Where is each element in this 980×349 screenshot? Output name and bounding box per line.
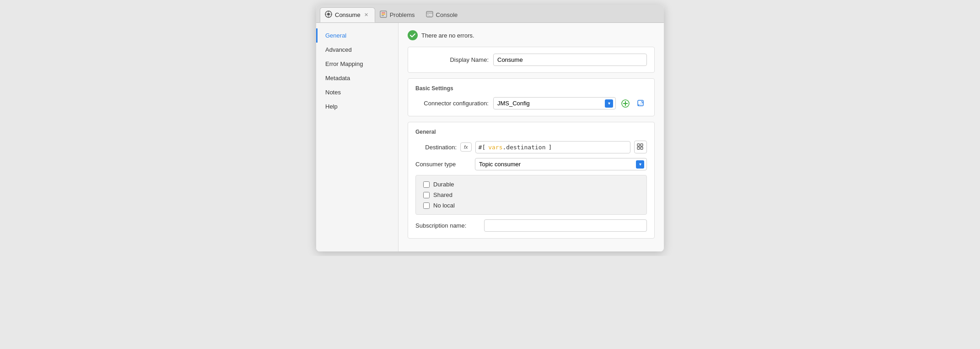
general-section: General Destination: fx #[ vars.destinat… [408, 122, 655, 239]
connector-select-wrapper: JMS_Config ▾ [493, 97, 616, 109]
subscription-name-input[interactable] [484, 219, 647, 232]
svg-point-1 [327, 13, 330, 16]
no-local-checkbox[interactable] [423, 202, 430, 209]
svg-text:>_: >_ [427, 13, 430, 16]
sidebar-general-label: General [325, 32, 346, 39]
svg-rect-22 [641, 147, 643, 149]
display-name-control [493, 54, 647, 66]
general-section-title: General [415, 129, 647, 135]
consumer-type-row: Consumer type Topic consumer Queue consu… [415, 158, 647, 170]
sidebar-item-advanced[interactable]: Advanced [316, 43, 398, 57]
destination-suffix: ] [545, 144, 555, 151]
destination-row: Destination: fx #[ vars.destination ] [415, 141, 647, 153]
tab-consume[interactable]: Consume ✕ [320, 7, 375, 22]
sidebar-advanced-label: Advanced [325, 46, 352, 53]
shared-label: Shared [433, 191, 452, 198]
consumer-type-label: Consumer type [415, 161, 470, 168]
sidebar-item-notes[interactable]: Notes [316, 85, 398, 99]
subscription-name-label: Subscription name: [415, 222, 479, 229]
destination-word: destination [506, 144, 545, 151]
problems-tab-icon [380, 11, 387, 19]
tab-console-label: Console [436, 11, 458, 18]
durable-label: Durable [433, 181, 454, 188]
svg-rect-21 [637, 147, 640, 149]
sidebar: General Advanced Error Mapping Metadata … [316, 23, 398, 251]
sidebar-item-general[interactable]: General [316, 28, 398, 43]
destination-value: vars.destination [488, 142, 545, 153]
no-local-label: No local [433, 202, 455, 209]
basic-settings-title: Basic Settings [415, 85, 647, 92]
sidebar-help-label: Help [325, 103, 338, 110]
sidebar-notes-label: Notes [325, 89, 341, 96]
destination-prefix: #[ [476, 144, 489, 151]
tab-problems-label: Problems [390, 11, 415, 18]
consumer-type-select-wrapper: Topic consumer Queue consumer ▾ [475, 158, 647, 170]
subscription-name-row: Subscription name: [415, 219, 647, 232]
tab-problems[interactable]: Problems [375, 8, 421, 22]
status-message: There are no errors. [421, 32, 474, 39]
destination-grid-button[interactable] [634, 141, 647, 153]
checkboxes-area: Durable Shared No local [415, 175, 647, 215]
svg-rect-20 [641, 144, 643, 146]
durable-checkbox[interactable] [423, 181, 430, 188]
sidebar-item-error-mapping[interactable]: Error Mapping [316, 57, 398, 71]
tab-consume-close[interactable]: ✕ [364, 12, 368, 18]
sidebar-item-help[interactable]: Help [316, 99, 398, 114]
svg-rect-19 [637, 144, 640, 146]
display-name-input[interactable] [493, 54, 647, 66]
sidebar-metadata-label: Metadata [325, 75, 350, 82]
connector-config-control: JMS_Config ▾ [493, 97, 647, 109]
connector-row: JMS_Config ▾ [493, 97, 647, 109]
sidebar-error-mapping-label: Error Mapping [325, 60, 363, 67]
connector-config-select[interactable]: JMS_Config [493, 97, 616, 109]
sidebar-item-metadata[interactable]: Metadata [316, 71, 398, 85]
tab-consume-label: Consume [335, 11, 361, 18]
add-connector-button[interactable] [619, 98, 631, 109]
status-bar: There are no errors. [408, 30, 655, 40]
display-name-label: Display Name: [415, 56, 489, 63]
connector-config-label: Connector configuration: [415, 100, 489, 107]
consumer-type-select[interactable]: Topic consumer Queue consumer [475, 158, 647, 170]
status-icon [408, 30, 418, 40]
fx-button[interactable]: fx [460, 142, 472, 152]
main-layout: General Advanced Error Mapping Metadata … [316, 23, 664, 251]
vars-text: vars [488, 144, 502, 151]
edit-connector-button[interactable] [635, 98, 647, 109]
shared-checkbox[interactable] [423, 192, 430, 198]
checkbox-row-shared: Shared [423, 191, 639, 198]
connector-config-row: Connector configuration: JMS_Config ▾ [415, 97, 647, 109]
destination-label: Destination: [415, 144, 457, 151]
console-tab-icon: >_ [426, 11, 433, 19]
content-area: There are no errors. Display Name: Basic… [398, 23, 664, 251]
checkbox-row-durable: Durable [423, 181, 639, 188]
tab-bar: Consume ✕ Problems >_ [316, 5, 664, 23]
display-name-section: Display Name: [408, 47, 655, 73]
consume-tab-icon [325, 11, 332, 19]
main-window: Consume ✕ Problems >_ [316, 5, 664, 251]
display-name-row: Display Name: [415, 54, 647, 66]
tab-console[interactable]: >_ Console [421, 8, 464, 22]
basic-settings-section: Basic Settings Connector configuration: … [408, 78, 655, 116]
checkbox-row-no-local: No local [423, 202, 639, 209]
destination-input-wrapper: #[ vars.destination ] [475, 141, 630, 153]
